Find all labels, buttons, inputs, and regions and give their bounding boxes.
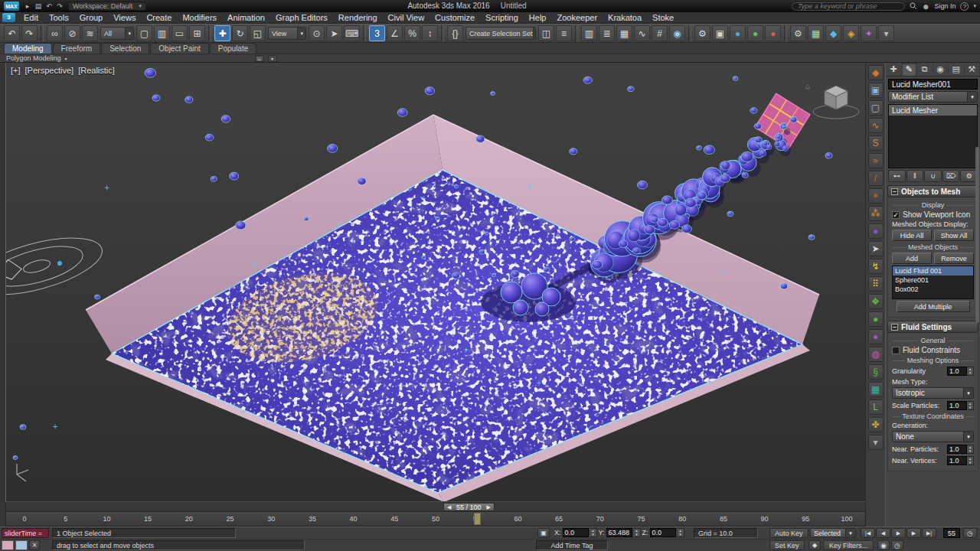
pin-stack-icon[interactable]: ⊷: [888, 170, 906, 182]
strip-sphere-icon[interactable]: ●: [868, 311, 884, 327]
time-slider-track[interactable]: ◀ 55 / 100 ▶: [6, 501, 865, 511]
key-filters-button[interactable]: Key Filters...: [823, 540, 874, 550]
granularity-field[interactable]: 1.0: [947, 367, 967, 376]
percent-snap-icon[interactable]: %: [404, 25, 420, 41]
render-setup-icon[interactable]: ⚙: [694, 25, 710, 41]
layer-explorer-icon[interactable]: ≣: [599, 25, 615, 41]
snap-toggle-3d-icon[interactable]: 3: [369, 25, 385, 41]
select-manipulate-icon[interactable]: ➤: [326, 25, 342, 41]
panel-tab-utilities[interactable]: ⚒: [965, 63, 980, 76]
menu-zookeeper[interactable]: Zookeeper: [551, 12, 603, 23]
selection-region-icon[interactable]: ▭: [172, 25, 188, 41]
rollout-header-fluid-settings[interactable]: − Fluid Settings: [887, 321, 978, 333]
app-icon[interactable]: 3: [2, 13, 15, 22]
strip-grid-icon[interactable]: ▦: [868, 382, 884, 397]
current-frame-marker[interactable]: [474, 513, 481, 525]
schematic-view-icon[interactable]: #: [652, 25, 668, 41]
strip-spline-icon[interactable]: S: [868, 135, 884, 151]
generation-dropdown[interactable]: None ▾: [892, 431, 974, 442]
select-rotate-icon[interactable]: ↻: [232, 25, 248, 41]
show-all-button[interactable]: Show All: [934, 230, 974, 241]
use-pivot-center-icon[interactable]: ⊙: [309, 25, 325, 41]
rollout-header-objects-to-mesh[interactable]: − Objects to Mesh: [887, 185, 978, 197]
goto-end-button[interactable]: ▶|: [922, 528, 936, 538]
strip-arrow-icon[interactable]: ➤: [868, 241, 884, 256]
strip-knot-icon[interactable]: ✶: [868, 188, 884, 204]
track-bar[interactable]: 0510152025303540455055606570758085909510…: [6, 511, 865, 527]
z-input[interactable]: 0.0: [650, 528, 676, 537]
strip-trails-icon[interactable]: ◆: [868, 65, 884, 80]
bind-to-space-warp-icon[interactable]: ≋: [82, 25, 98, 41]
menu-views[interactable]: Views: [108, 12, 141, 23]
clear-prompt-icon[interactable]: ✕: [29, 540, 40, 550]
spinner-arrows[interactable]: ▴▾: [678, 528, 684, 537]
ribbon-subtab-polygon-modeling[interactable]: Polygon Modeling: [6, 54, 61, 62]
previous-frame-arrow-icon[interactable]: ◀: [444, 504, 454, 510]
remove-modifier-icon[interactable]: ⌦: [942, 170, 960, 182]
modifier-stack-item[interactable]: Lucid Mesher: [889, 105, 977, 116]
time-configuration-icon[interactable]: ◷: [963, 528, 977, 538]
undo-quick-icon[interactable]: ↶: [44, 2, 54, 11]
spinner-arrows[interactable]: ▴▾: [634, 528, 641, 537]
object-name-field[interactable]: Lucid Mesher001: [888, 79, 978, 90]
selection-filter-dropdown[interactable]: All▾: [100, 27, 134, 40]
panel-tab-create[interactable]: ✚: [886, 63, 902, 76]
strip-ball-icon[interactable]: ●: [868, 329, 884, 344]
scene-explorer-icon[interactable]: ▥: [581, 25, 597, 41]
menu-graph-editors[interactable]: Graph Editors: [270, 12, 333, 23]
viewport-canvas[interactable]: ⌂: [6, 63, 865, 501]
viewport-menu-plus[interactable]: [+]: [11, 66, 21, 75]
ribbon-tab-object-paint[interactable]: Object Paint: [150, 43, 208, 54]
ui-layout-icon[interactable]: ▦: [808, 25, 824, 41]
viewcube-home-icon[interactable]: ⌂: [805, 82, 810, 90]
stoke-tool-icon[interactable]: ✦: [861, 25, 877, 41]
menu-group[interactable]: Group: [74, 12, 109, 23]
add-multiple-button[interactable]: Add Multiple: [897, 301, 970, 312]
prev-frame-button[interactable]: ◀: [876, 528, 890, 538]
strip-drop-icon[interactable]: ●: [868, 223, 884, 239]
strip-collapse-icon[interactable]: ▾: [868, 435, 884, 450]
select-and-link-icon[interactable]: ∞: [47, 25, 63, 41]
redo-icon[interactable]: ↷: [21, 25, 38, 41]
menu-edit[interactable]: Edit: [18, 12, 44, 23]
menu-create[interactable]: Create: [141, 12, 177, 23]
perspective-viewport[interactable]: [+] [Perspective] [Realistic]: [6, 63, 865, 501]
menu-tools[interactable]: Tools: [44, 12, 74, 23]
save-icon[interactable]: ▤: [33, 2, 44, 11]
unlink-selection-icon[interactable]: ⊘: [64, 25, 80, 41]
chevron-down-icon[interactable]: ▾: [973, 3, 976, 9]
named-sets-dropdown[interactable]: Create Selection Set▾: [466, 27, 536, 40]
mesh-type-dropdown[interactable]: Isotropic ▾: [892, 387, 974, 399]
near-vertices-field[interactable]: 1.0: [947, 456, 967, 465]
strip-curve-icon[interactable]: ∿: [868, 118, 884, 133]
next-frame-button[interactable]: ▶: [906, 528, 921, 538]
align-icon[interactable]: ≡: [556, 25, 572, 41]
set-key-button[interactable]: Set Key: [769, 540, 805, 550]
ribbon-tab-selection[interactable]: Selection: [101, 43, 149, 54]
zookeeper-tool-icon[interactable]: ◆: [825, 25, 841, 41]
strip-stroke-icon[interactable]: /: [868, 171, 884, 186]
key-mode-dropdown[interactable]: Selected ▾: [810, 528, 856, 538]
panel-tab-motion[interactable]: ◉: [933, 63, 949, 76]
mini-listener-script-pane[interactable]: [15, 540, 28, 550]
strip-bolt-icon[interactable]: ↯: [868, 259, 884, 274]
curve-editor-icon[interactable]: ∿: [634, 25, 650, 41]
fluid-constraints-checkbox[interactable]: [892, 347, 900, 354]
max-logo-icon[interactable]: MAX: [4, 2, 19, 11]
key-mode-toggle-icon[interactable]: ◆: [808, 540, 821, 550]
menu-help[interactable]: Help: [524, 12, 552, 23]
goto-start-button[interactable]: |◀: [861, 528, 875, 538]
spinner-arrows[interactable]: ▴▾: [590, 528, 597, 537]
show-end-result-icon[interactable]: ‖: [906, 170, 924, 182]
time-slider-handle[interactable]: ◀ 55 / 100 ▶: [443, 503, 495, 511]
workspace-dropdown[interactable]: Workspace: Default ▾: [68, 2, 146, 11]
modifier-stack[interactable]: Lucid Mesher: [888, 104, 978, 168]
spinner-snap-icon[interactable]: ↕: [422, 25, 438, 41]
strip-wave-icon[interactable]: ≈: [868, 153, 884, 168]
menu-scripting[interactable]: Scripting: [480, 12, 524, 23]
near-particles-field[interactable]: 1.0: [947, 445, 967, 454]
panel-tab-hierarchy[interactable]: ⧉: [917, 63, 933, 76]
material-editor-icon[interactable]: ◉: [669, 25, 685, 41]
strip-spray-icon[interactable]: ⁂: [868, 206, 884, 221]
spinner-arrows[interactable]: ▴▾: [967, 445, 974, 454]
